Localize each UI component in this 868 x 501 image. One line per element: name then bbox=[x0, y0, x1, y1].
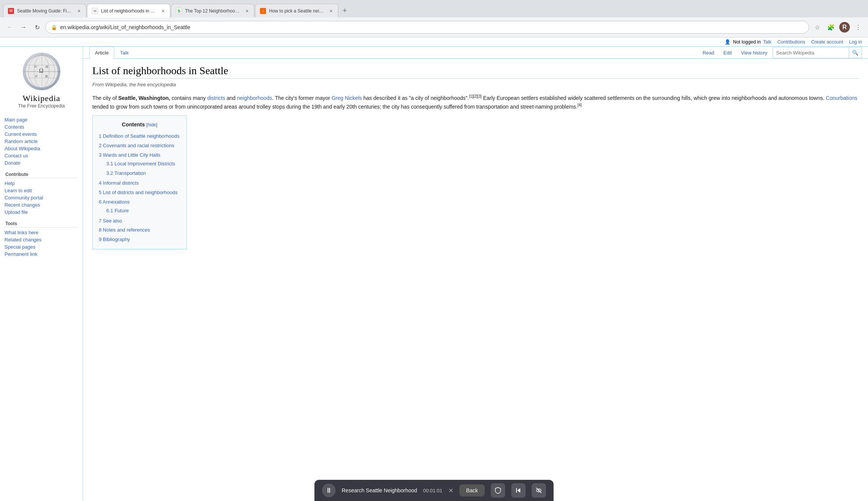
tab-3[interactable]: S The Top 12 Neighborhoods in S... × bbox=[171, 4, 254, 17]
tab-read[interactable]: Read bbox=[699, 48, 718, 58]
toc-item-6: 6 Annexations 6.1 Future bbox=[99, 198, 180, 216]
toc-link-8[interactable]: 8 Notes and references bbox=[99, 227, 150, 233]
toc-link-2[interactable]: 2 Covenants and racial restrictions bbox=[99, 143, 174, 148]
contributions-link[interactable]: Contributions bbox=[778, 39, 806, 45]
tab-talk[interactable]: Talk bbox=[114, 47, 134, 59]
tab-view-history[interactable]: View history bbox=[737, 48, 771, 58]
toc-item-6-1: 6.1 Future bbox=[106, 206, 180, 216]
toc-item-3-2: 3.2 Transportation bbox=[106, 169, 180, 178]
neighborhoods-link[interactable]: neighborhoods bbox=[237, 95, 272, 101]
new-tab-button[interactable]: + bbox=[339, 5, 350, 16]
sidebar-upload-file[interactable]: Upload file bbox=[5, 208, 78, 216]
sidebar-what-links-here[interactable]: What links here bbox=[5, 229, 78, 236]
tab-1-close[interactable]: × bbox=[77, 8, 81, 14]
profile-icon[interactable]: R bbox=[839, 22, 850, 33]
sidebar-special-pages[interactable]: Special pages bbox=[5, 243, 78, 250]
sidebar-main-section: Main page Contents Current events Random… bbox=[5, 116, 78, 166]
wiki-search-box[interactable]: 🔍 bbox=[773, 47, 862, 58]
toc-link-5[interactable]: 5 List of districts and neighborhoods bbox=[99, 190, 177, 195]
districts-link[interactable]: districts bbox=[207, 95, 225, 101]
sidebar-contact-us[interactable]: Contact us bbox=[5, 152, 78, 159]
svg-text:И: И bbox=[35, 75, 37, 78]
extension-icon[interactable]: 🧩 bbox=[826, 22, 836, 33]
tab-2-favicon: W bbox=[92, 8, 98, 14]
toc-link-6[interactable]: 6 Annexations bbox=[99, 199, 130, 205]
toc-item-1: 1 Definition of Seattle neighborhoods bbox=[99, 132, 180, 141]
svg-text:Ω: Ω bbox=[39, 67, 44, 74]
tab-edit[interactable]: Edit bbox=[720, 48, 736, 58]
bookmark-star-icon[interactable]: ☆ bbox=[812, 22, 823, 33]
svg-text:W: W bbox=[34, 65, 37, 68]
sidebar-tools-title: Tools bbox=[5, 221, 78, 227]
not-logged-in-text: Not logged in bbox=[733, 39, 761, 45]
city-name: Seattle, Washington, bbox=[118, 95, 170, 101]
toc-item-3: 3 Wards and Little City Halls 3.1 Local … bbox=[99, 151, 180, 179]
tab-3-close[interactable]: × bbox=[245, 8, 249, 14]
toc-link-9[interactable]: 9 Bibliography bbox=[99, 236, 130, 242]
wiki-sidebar: Ω W 維 И 維 Wikipedia The Free Encyclopedi… bbox=[0, 47, 83, 501]
toc-item-7: 7 See also bbox=[99, 216, 180, 226]
tab-4[interactable]: i How to pick a Seattle neighbor... × bbox=[255, 4, 338, 17]
sidebar-learn-to-edit[interactable]: Learn to edit bbox=[5, 187, 78, 194]
media-shield-button[interactable] bbox=[491, 483, 505, 498]
wiki-topbar: 👤 Not logged in Talk · Contributions · C… bbox=[0, 37, 868, 47]
back-button[interactable]: ← bbox=[5, 22, 15, 33]
toc-link-4[interactable]: 4 Informal districts bbox=[99, 180, 138, 186]
sidebar-community-portal[interactable]: Community portal bbox=[5, 194, 78, 201]
toc-list: 1 Definition of Seattle neighborhoods 2 … bbox=[99, 132, 180, 244]
sidebar-about-wikipedia[interactable]: About Wikipedia bbox=[5, 145, 78, 152]
sidebar-contents[interactable]: Contents bbox=[5, 123, 78, 131]
article-subtitle: From Wikipedia, the free encyclopedia bbox=[92, 82, 859, 87]
toc-link-7[interactable]: 7 See also bbox=[99, 218, 122, 224]
tab-3-favicon: S bbox=[176, 8, 182, 14]
talk-link[interactable]: Talk bbox=[763, 39, 772, 45]
url-bar[interactable]: 🔒 en.wikipedia.org/wiki/List_of_neighbor… bbox=[45, 21, 809, 34]
media-bar: ⏸ Research Seattle Neighborhood 00:01:01… bbox=[314, 480, 554, 501]
tab-4-close[interactable]: × bbox=[329, 8, 333, 14]
toc-sub-list-6: 6.1 Future bbox=[99, 206, 180, 216]
toc-item-5: 5 List of districts and neighborhoods bbox=[99, 188, 180, 198]
sep3: · bbox=[845, 39, 846, 45]
sidebar-related-changes[interactable]: Related changes bbox=[5, 236, 78, 243]
menu-icon[interactable]: ⋮ bbox=[853, 22, 863, 33]
media-close-button[interactable]: ✕ bbox=[448, 487, 453, 494]
tab-article[interactable]: Article bbox=[89, 47, 114, 59]
greg-nickels-link[interactable]: Greg Nickels bbox=[331, 95, 362, 101]
media-back-button[interactable]: Back bbox=[459, 484, 485, 496]
tab-2[interactable]: W List of neighborhoods in Seatt... × bbox=[87, 4, 170, 17]
create-account-link[interactable]: Create account bbox=[811, 39, 843, 45]
sidebar-main-page[interactable]: Main page bbox=[5, 116, 78, 123]
eye-off-icon bbox=[535, 487, 542, 494]
sidebar-random-article[interactable]: Random article bbox=[5, 138, 78, 145]
tab-2-close[interactable]: × bbox=[161, 8, 165, 14]
svg-rect-12 bbox=[516, 488, 517, 493]
article-title: List of neighborhoods in Seattle bbox=[92, 65, 859, 79]
wiki-search-button[interactable]: 🔍 bbox=[849, 47, 862, 58]
media-pause-button[interactable]: ⏸ bbox=[322, 484, 336, 497]
svg-text:維: 維 bbox=[45, 75, 48, 78]
sidebar-permanent-link[interactable]: Permanent link bbox=[5, 250, 78, 258]
log-in-link[interactable]: Log in bbox=[849, 39, 862, 45]
toc-hide-button[interactable]: [hide] bbox=[146, 122, 157, 128]
article-intro: The city of Seattle, Washington, contain… bbox=[92, 93, 859, 111]
media-visibility-button[interactable] bbox=[532, 483, 546, 498]
forward-button[interactable]: → bbox=[18, 22, 29, 33]
toc-link-3[interactable]: 3 Wards and Little City Halls bbox=[99, 152, 160, 158]
sidebar-current-events[interactable]: Current events bbox=[5, 131, 78, 138]
toc-link-3-1[interactable]: 3.1 Local Improvement Districts bbox=[106, 161, 175, 166]
media-audio-back-button[interactable] bbox=[511, 483, 526, 498]
toc-link-6-1[interactable]: 6.1 Future bbox=[106, 208, 129, 213]
conurbations-link[interactable]: Conurbations bbox=[826, 95, 857, 101]
sidebar-donate[interactable]: Donate bbox=[5, 159, 78, 166]
tab-1[interactable]: M Seattle Moving Guide: Find the... × bbox=[3, 4, 86, 17]
media-time-display: 00:01:01 bbox=[423, 488, 442, 493]
toc-link-1[interactable]: 1 Definition of Seattle neighborhoods bbox=[99, 133, 179, 139]
url-actions: ☆ 🧩 R ⋮ bbox=[812, 22, 863, 33]
wiki-search-input[interactable] bbox=[773, 47, 849, 58]
browser-chrome: M Seattle Moving Guide: Find the... × W … bbox=[0, 0, 868, 37]
reload-button[interactable]: ↻ bbox=[32, 22, 42, 33]
svg-point-0 bbox=[25, 55, 58, 88]
toc-link-3-2[interactable]: 3.2 Transportation bbox=[106, 170, 146, 176]
sidebar-recent-changes[interactable]: Recent changes bbox=[5, 201, 78, 208]
sidebar-help[interactable]: Help bbox=[5, 180, 78, 187]
